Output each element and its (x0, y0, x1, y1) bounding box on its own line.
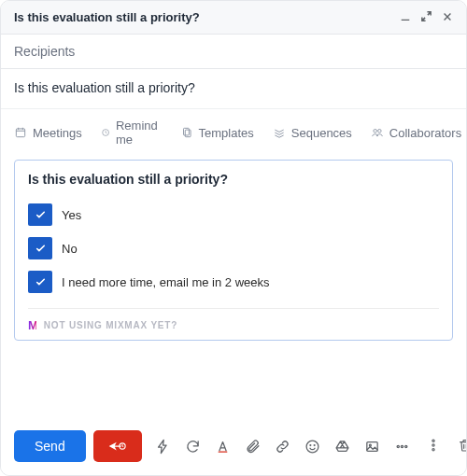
svg-point-17 (397, 445, 399, 447)
svg-point-21 (432, 443, 434, 445)
minimize-icon[interactable] (400, 11, 411, 24)
refresh-icon[interactable] (185, 438, 202, 455)
attach-icon[interactable] (245, 438, 262, 455)
poll-option[interactable]: No (28, 231, 439, 265)
poll-option-label: No (62, 242, 78, 256)
mm-label: Templates (199, 126, 254, 140)
svg-point-12 (306, 441, 318, 453)
poll-option-label: I need more time, email me in 2 weeks (62, 275, 270, 289)
poll-footer-text: NOT USING MIXMAX YET? (44, 320, 177, 330)
close-icon[interactable] (442, 11, 453, 24)
poll-option-label: Yes (62, 208, 81, 222)
recipients-field[interactable]: Recipients (1, 35, 466, 69)
subject-field[interactable]: Is this evaluation still a priority? (1, 69, 466, 109)
mm-label: Sequences (291, 126, 352, 140)
compose-right-icons (426, 438, 467, 455)
compose-header: Is this evaluation still a priority? (1, 1, 466, 35)
text-format-icon[interactable] (215, 438, 232, 455)
svg-rect-7 (185, 130, 191, 137)
more-options-icon[interactable] (426, 438, 441, 455)
poll-question: Is this evaluation still a priority? (28, 172, 439, 187)
mm-remind[interactable]: Remind me (101, 119, 162, 147)
bolt-icon[interactable] (155, 438, 172, 455)
svg-point-18 (402, 445, 403, 447)
compose-title: Is this evaluation still a priority? (14, 10, 400, 24)
image-icon[interactable] (364, 438, 381, 455)
check-icon (28, 203, 52, 226)
poll-option[interactable]: I need more time, email me in 2 weeks (28, 265, 439, 299)
calendar-icon (14, 126, 27, 139)
expand-icon[interactable] (420, 10, 432, 24)
check-icon (28, 237, 52, 259)
format-icons (155, 438, 411, 455)
mm-label: Collaborators (389, 126, 461, 140)
svg-point-8 (374, 130, 377, 133)
drive-icon[interactable] (334, 438, 351, 455)
window-controls (400, 10, 453, 24)
link-icon[interactable] (275, 438, 291, 455)
more-format-icon[interactable] (394, 438, 411, 455)
mixmax-toolbar: Meetings Remind me Templates Sequences C… (1, 109, 466, 158)
mm-templates[interactable]: Templates (180, 126, 254, 140)
svg-rect-1 (16, 129, 24, 137)
mm-meetings[interactable]: Meetings (14, 126, 82, 140)
poll-option[interactable]: Yes (28, 198, 439, 231)
mm-collaborators[interactable]: Collaborators (371, 126, 461, 140)
svg-point-14 (314, 444, 315, 445)
svg-point-16 (370, 444, 372, 446)
svg-point-22 (432, 448, 434, 450)
send-button[interactable]: Send (14, 430, 86, 462)
mm-label: Meetings (33, 126, 82, 140)
mm-label: Remind me (116, 119, 162, 147)
svg-point-13 (310, 444, 311, 445)
svg-point-9 (377, 130, 381, 133)
sequences-icon (273, 126, 286, 139)
emoji-icon[interactable] (304, 438, 321, 455)
poll-card: Is this evaluation still a priority? Yes… (14, 160, 453, 341)
discard-icon[interactable] (458, 438, 467, 455)
mm-sequences[interactable]: Sequences (273, 126, 352, 140)
compose-action-bar: Send (1, 419, 466, 475)
svg-point-19 (405, 445, 407, 447)
send-later-button[interactable] (93, 430, 142, 462)
svg-rect-15 (367, 441, 377, 451)
check-icon (28, 271, 52, 293)
templates-icon (180, 126, 193, 139)
svg-point-20 (432, 440, 434, 441)
poll-footer[interactable]: M NOT USING MIXMAX YET? (28, 308, 439, 332)
collaborators-icon (371, 126, 384, 139)
clock-icon (101, 126, 110, 139)
send-later-icon (108, 439, 127, 454)
mixmax-logo-icon: M (28, 318, 36, 332)
svg-rect-6 (183, 128, 189, 135)
